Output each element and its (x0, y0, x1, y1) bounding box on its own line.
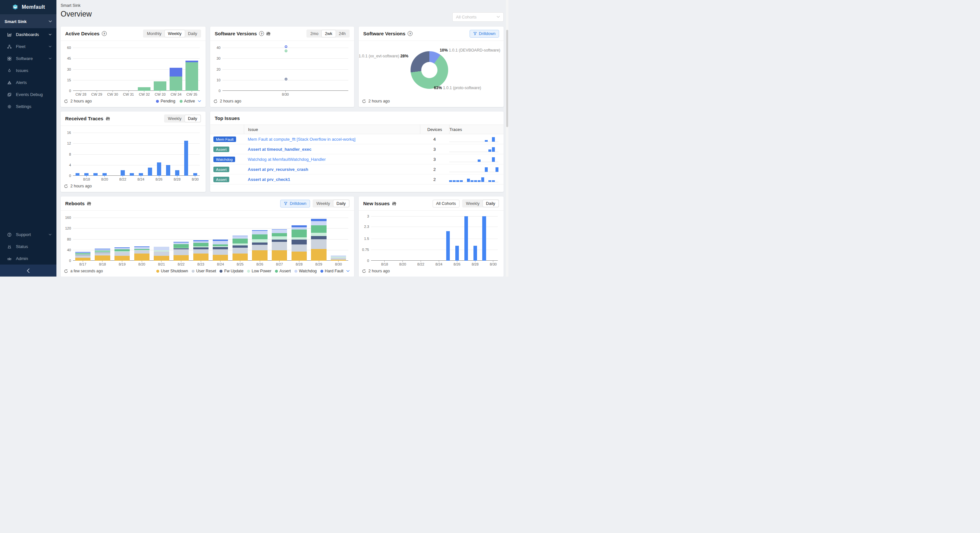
donut-ring[interactable] (410, 51, 448, 89)
refresh-icon[interactable] (362, 99, 366, 103)
sidebar-collapse-button[interactable] (0, 264, 56, 277)
toggle-monthly[interactable]: Monthly (144, 30, 165, 37)
x-tick-label (164, 176, 172, 181)
scrollbar-thumb[interactable] (506, 30, 508, 127)
toggle-2wk[interactable]: 2wk (322, 30, 336, 37)
y-tick-label: 0.75 (362, 248, 369, 251)
dashboard-grid: Active Devices Monthly Weekly Daily 6045… (60, 27, 504, 277)
toggle-24h[interactable]: 24h (336, 30, 349, 37)
drilldown-button[interactable]: Drilldown (469, 30, 499, 38)
legend-item[interactable]: Active (180, 99, 195, 103)
issue-type-badge: Assert (213, 146, 229, 152)
devices-count: 2 (433, 177, 436, 182)
y-tick-label: 0 (219, 89, 221, 93)
issue-link[interactable]: Assert at prv_check1 (248, 177, 420, 182)
sidebar-nav: Dashboards Fleet (0, 28, 56, 113)
legend-item[interactable]: Fw Update (220, 269, 243, 273)
x-tick-label: CW 32 (137, 91, 153, 97)
legend-item[interactable]: User Reset (192, 269, 216, 273)
toggle-2mo[interactable]: 2mo (307, 30, 322, 37)
refresh-icon[interactable] (362, 269, 366, 273)
toggle-daily[interactable]: Daily (333, 200, 349, 207)
toggle-weekly[interactable]: Weekly (313, 200, 333, 207)
y-tick-label: 2.3 (364, 225, 369, 229)
devices-count: 3 (433, 147, 436, 152)
sidebar-item-fleet[interactable]: Fleet (0, 41, 56, 53)
toggle-weekly[interactable]: Weekly (165, 30, 185, 37)
legend-dot (247, 270, 250, 273)
legend-expand-icon[interactable] (198, 100, 201, 102)
help-icon[interactable] (407, 31, 412, 36)
sidebar-item-alerts[interactable]: Alerts (0, 76, 56, 89)
x-tick-label: 8/28 (471, 261, 480, 266)
bar (130, 128, 134, 176)
bar (111, 128, 116, 176)
all-cohorts-select[interactable]: All Cohorts (452, 12, 504, 22)
legend-expand-icon[interactable] (346, 270, 350, 272)
issue-link[interactable]: Watchdog at MemfaultWatchdog_Handler (248, 157, 420, 162)
y-tick-label: 60 (67, 46, 71, 49)
drilldown-button[interactable]: Drilldown (280, 200, 310, 207)
bar (455, 213, 459, 261)
memfault-logo[interactable]: Memfault (0, 0, 56, 14)
scrollbar[interactable] (506, 0, 509, 277)
legend-item[interactable]: Low Power (247, 269, 271, 273)
sidebar-item-settings[interactable]: Settings (0, 100, 56, 113)
y-tick-label: 3 (367, 214, 369, 218)
candlestick-chart-icon[interactable] (106, 116, 110, 121)
legend-item[interactable]: User Shutdown (156, 269, 188, 273)
pie-label-devboard: 10% 1.0.1 (DEVBOARD-software) (440, 48, 500, 53)
new-issues-chart: 32.31.50.7508/188/208/228/248/268/288/30 (361, 213, 499, 266)
grid-icon (7, 56, 12, 61)
software-versions-timeline-card: Software Versions 2mo 2wk 24h (210, 27, 354, 107)
toggle-daily[interactable]: Daily (483, 200, 498, 207)
sidebar-item-status[interactable]: Status (0, 240, 56, 253)
help-icon[interactable] (102, 31, 107, 36)
legend-item[interactable]: Hard Fault (320, 269, 344, 273)
x-tick-label: 8/20 (132, 261, 152, 266)
sidebar-item-dashboards[interactable]: Dashboards (0, 29, 56, 41)
refresh-icon[interactable] (64, 269, 68, 273)
refresh-icon[interactable] (64, 184, 68, 188)
x-tick-label: CW 34 (168, 91, 184, 97)
sidebar-item-software[interactable]: Software (0, 53, 56, 65)
candlestick-chart-icon[interactable] (266, 32, 270, 36)
table-header-row: Issue Devices Traces (210, 124, 504, 134)
issue-link[interactable]: Assert at timeout_handler_exec (248, 147, 420, 152)
x-tick-label (480, 261, 489, 266)
sidebar-item-issues[interactable]: Issues (0, 65, 56, 76)
refresh-icon[interactable] (64, 99, 68, 103)
x-tick-label (73, 176, 82, 181)
issue-link[interactable]: Mem Fault at compute_fft [Stack Overflow… (248, 137, 420, 142)
sidebar-item-support[interactable]: Support (0, 229, 56, 240)
sidebar-item-events-debug[interactable]: Events Debug (0, 89, 56, 100)
legend-item[interactable]: Pending (156, 99, 175, 103)
issue-row: Mem FaultMem Fault at compute_fft [Stack… (210, 134, 504, 144)
issue-link[interactable]: Assert at prv_recursive_crash (248, 167, 420, 172)
candlestick-chart-icon[interactable] (392, 201, 396, 206)
toggle-daily[interactable]: Daily (185, 30, 200, 37)
breadcrumb[interactable]: Smart Sink (60, 3, 504, 8)
sidebar-item-admin[interactable]: Admin (0, 253, 56, 264)
legend-item[interactable]: Assert (275, 269, 291, 273)
toggle-weekly[interactable]: Weekly (165, 115, 185, 122)
help-icon[interactable] (259, 31, 264, 36)
candlestick-chart-icon[interactable] (87, 201, 91, 206)
legend-dot (156, 100, 159, 103)
x-tick-label: 8/28 (172, 176, 181, 181)
issue-row: WatchdogWatchdog at MemfaultWatchdog_Han… (210, 154, 504, 164)
toggle-weekly[interactable]: Weekly (463, 200, 483, 207)
toggle-daily[interactable]: Daily (185, 115, 200, 122)
legend-dot (220, 270, 223, 273)
refresh-icon[interactable] (213, 99, 218, 103)
column-devices: Devices (420, 125, 449, 134)
project-selector[interactable]: Smart Sink (0, 14, 56, 28)
warning-triangle-icon (7, 80, 12, 85)
x-tick-label: 8/24 (210, 261, 230, 266)
bar (186, 43, 198, 91)
all-cohorts-button[interactable]: All Cohorts (433, 200, 460, 207)
chevron-down-icon (49, 234, 52, 236)
bar (122, 43, 135, 91)
legend-item[interactable]: Watchdog (294, 269, 317, 273)
bar (311, 213, 326, 261)
